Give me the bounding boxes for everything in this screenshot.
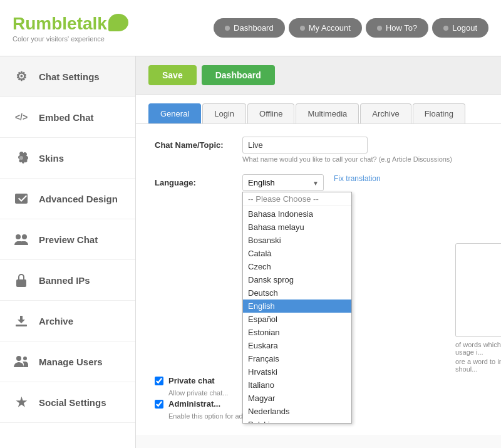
nav-myaccount-button[interactable]: My Account: [289, 18, 362, 38]
logo-area: Rumbletalk Color your visitors' experien…: [13, 14, 128, 43]
nav-dot-icon: [377, 26, 382, 31]
lang-option-placeholder[interactable]: -- Please Choose --: [243, 192, 351, 206]
main-layout: ⚙ Chat Settings </> Embed Chat Skins Adv: [0, 56, 501, 448]
lang-option-hrvatski[interactable]: Hrvatski: [243, 365, 351, 378]
archive-icon: [13, 312, 30, 330]
language-label: Language:: [155, 174, 230, 187]
chat-name-hint: What name would you like to call your ch…: [242, 155, 482, 163]
lang-option-czech[interactable]: Czech: [243, 260, 351, 273]
nav-logout-button[interactable]: Logout: [432, 18, 488, 38]
lang-option-francais[interactable]: Français: [243, 352, 351, 365]
lang-option-italiano[interactable]: Italiano: [243, 378, 351, 392]
lang-option-catala[interactable]: Català: [243, 247, 351, 260]
admin-label: Administrat...: [168, 399, 220, 409]
sidebar-label-social-settings: Social Settings: [39, 397, 106, 408]
tab-archive[interactable]: Archive: [360, 103, 411, 123]
nav-dashboard-button[interactable]: Dashboard: [214, 18, 285, 38]
sidebar-label-embed-chat: Embed Chat: [39, 112, 94, 123]
sidebar-label-banned-ips: Banned IPs: [39, 275, 90, 286]
sidebar-item-manage-users[interactable]: Manage Users: [0, 341, 135, 382]
sidebar-item-advanced-design[interactable]: Advanced Design: [0, 179, 135, 219]
tab-login[interactable]: Login: [202, 103, 246, 123]
nav-logout-label: Logout: [452, 23, 477, 33]
lang-option-polski[interactable]: Polski: [243, 418, 351, 424]
dashboard-button[interactable]: Dashboard: [202, 65, 275, 85]
nav-buttons: Dashboard My Account How To? Logout: [214, 18, 488, 38]
filter-words-textarea[interactable]: [455, 243, 501, 337]
lang-option-euskara[interactable]: Euskara: [243, 339, 351, 352]
sidebar-item-chat-settings[interactable]: ⚙ Chat Settings: [0, 56, 135, 97]
private-chat-label: Private chat: [168, 376, 215, 385]
language-select[interactable]: English: [242, 174, 324, 191]
tab-floating[interactable]: Floating: [413, 103, 465, 123]
nav-dot-icon: [225, 26, 230, 31]
star-icon: ★: [13, 393, 30, 411]
admin-checkbox[interactable]: [155, 400, 163, 409]
nav-dot-icon: [300, 26, 305, 31]
filter-words-hint2: ore a word to indicate a sub-word which …: [455, 358, 501, 373]
preview-icon: [13, 231, 30, 248]
svg-rect-4: [16, 325, 27, 326]
language-dropdown-list[interactable]: -- Please Choose -- Bahasa Indonesia Bah…: [242, 192, 352, 424]
logo-tagline: Color your visitors' experience: [13, 35, 128, 43]
lang-option-magyar[interactable]: Magyar: [243, 392, 351, 405]
lang-option-espanol[interactable]: Español: [243, 313, 351, 326]
tab-offline[interactable]: Offline: [247, 103, 294, 123]
svg-point-1: [16, 234, 21, 239]
lang-option-dansk[interactable]: Dansk sprog: [243, 273, 351, 286]
lang-option-english[interactable]: English: [243, 300, 351, 313]
filter-words-area: of words which would be banned from usag…: [455, 243, 501, 373]
fix-translation-link[interactable]: Fix translation: [334, 174, 381, 183]
lang-option-nederlands[interactable]: Nederlands: [243, 405, 351, 418]
sidebar-item-preview-chat[interactable]: Preview Chat: [0, 219, 135, 260]
sidebar: ⚙ Chat Settings </> Embed Chat Skins Adv: [0, 56, 136, 448]
sidebar-item-banned-ips[interactable]: Banned IPs: [0, 260, 135, 301]
svg-point-2: [22, 234, 27, 239]
lock-icon: [13, 271, 30, 289]
sidebar-item-skins[interactable]: Skins: [0, 138, 135, 179]
tabs-bar: General Login Offline Multimedia Archive…: [136, 95, 501, 124]
svg-point-5: [16, 356, 21, 361]
form-content: Chat Name/Topic: What name would you lik…: [136, 124, 501, 435]
nav-dashboard-label: Dashboard: [234, 23, 274, 33]
language-field: English ▼ -- Please Choose -- Bahasa Ind…: [242, 174, 482, 201]
toolbar: Save Dashboard: [136, 56, 501, 95]
lang-option-bahasa-indonesia[interactable]: Bahasa Indonesia: [243, 207, 351, 221]
chat-name-row: Chat Name/Topic: What name would you lik…: [155, 137, 482, 163]
language-row: Language: English ▼ -- Please Choose -- …: [155, 174, 482, 201]
design-icon: [13, 190, 30, 207]
nav-howto-button[interactable]: How To?: [366, 18, 428, 38]
sidebar-label-chat-settings: Chat Settings: [39, 71, 100, 82]
private-chat-checkbox[interactable]: [155, 377, 163, 385]
code-icon: </>: [13, 108, 30, 126]
save-button[interactable]: Save: [148, 65, 197, 85]
language-select-wrapper: English ▼ -- Please Choose -- Bahasa Ind…: [242, 174, 482, 191]
sidebar-item-embed-chat[interactable]: </> Embed Chat: [0, 97, 135, 138]
tab-multimedia[interactable]: Multimedia: [296, 103, 359, 123]
sidebar-item-archive[interactable]: Archive: [0, 301, 135, 341]
chat-name-input[interactable]: [242, 137, 368, 154]
lang-option-bosanski[interactable]: Bosanski: [243, 234, 351, 247]
chat-name-field: What name would you like to call your ch…: [242, 137, 482, 163]
language-dropdown-container: English ▼ -- Please Choose -- Bahasa Ind…: [242, 174, 324, 191]
svg-point-0: [19, 156, 23, 160]
logo-bubble-icon: [108, 14, 128, 31]
tab-general[interactable]: General: [148, 103, 201, 123]
chat-name-label: Chat Name/Topic:: [155, 137, 230, 150]
nav-howto-label: How To?: [386, 23, 417, 33]
users-icon: [13, 353, 30, 370]
lang-option-deutsch[interactable]: Deutsch: [243, 286, 351, 300]
svg-point-6: [23, 357, 27, 360]
lang-option-estonian[interactable]: Estonian: [243, 326, 351, 339]
sidebar-label-preview-chat: Preview Chat: [39, 234, 98, 245]
lang-option-bahasa-melayu[interactable]: Bahasa melayu: [243, 221, 351, 234]
nav-dot-icon: [443, 26, 448, 31]
filter-words-hint: of words which would be banned from usag…: [455, 341, 501, 356]
sidebar-label-archive: Archive: [39, 316, 73, 326]
logo-text: Rumbletalk: [13, 14, 128, 33]
sidebar-item-social-settings[interactable]: ★ Social Settings: [0, 382, 135, 423]
sidebar-label-manage-users: Manage Users: [39, 357, 103, 367]
svg-rect-3: [16, 279, 26, 287]
gear-icon: ⚙: [13, 68, 30, 85]
flower-icon: [13, 149, 30, 167]
